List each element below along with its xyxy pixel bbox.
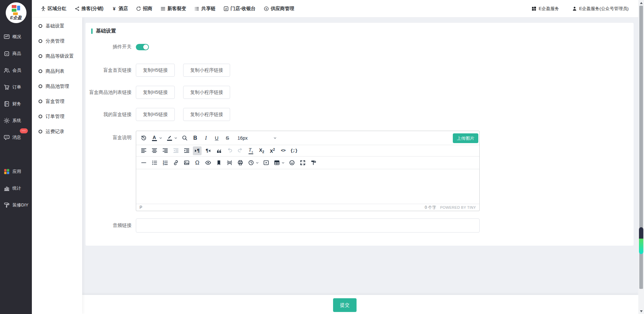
background-color-button[interactable] xyxy=(165,134,174,142)
page-break-button[interactable] xyxy=(225,159,234,167)
format-painter-button[interactable] xyxy=(309,159,318,167)
brand-logo[interactable]: E企盈 xyxy=(6,2,26,23)
special-char-button[interactable]: Ω xyxy=(193,159,202,167)
align-center-button[interactable] xyxy=(150,146,159,155)
ltr-button[interactable]: ¶ xyxy=(193,146,202,155)
topnav-item-supplier-management[interactable]: 供应商管理 xyxy=(264,6,294,12)
horizontal-rule-button[interactable] xyxy=(139,159,148,167)
insert-link-button[interactable] xyxy=(171,159,180,167)
background-color-caret[interactable] xyxy=(174,135,178,141)
sidebar-item-decorate-diy[interactable]: 装修DIY xyxy=(0,197,32,213)
underline-button[interactable]: U xyxy=(212,134,221,142)
submenu-item-goods-list[interactable]: 商品列表 xyxy=(32,64,82,79)
topnav-item-store-cashier[interactable]: 门店-收银台 xyxy=(223,6,256,12)
copy-miniprogram-link-button[interactable]: 复制小程序链接 xyxy=(183,86,230,99)
submenu-item-goods-pool-management[interactable]: 商品池管理 xyxy=(32,79,82,94)
code-sample-button[interactable]: {;} xyxy=(289,146,298,155)
restore-draft-button[interactable] xyxy=(139,134,148,142)
topnav-item-region-dividend[interactable]: 区域分红 xyxy=(41,6,66,12)
fullscreen-button[interactable] xyxy=(298,159,307,167)
bullet-list-button[interactable] xyxy=(150,159,159,167)
topnav-item-investment[interactable]: 招商 xyxy=(136,6,152,12)
my-blindbox-link-label: 我的盲盒链接 xyxy=(86,112,136,118)
topnav-item-hotel[interactable]: ¥酒店 xyxy=(111,6,128,12)
plugin-switch-toggle[interactable] xyxy=(136,44,149,50)
strikethrough-button[interactable]: S xyxy=(223,134,232,142)
outdent-button[interactable] xyxy=(171,146,180,155)
text-color-button[interactable]: A xyxy=(150,134,159,142)
print-button[interactable] xyxy=(236,159,245,167)
anchor-button[interactable] xyxy=(214,159,223,167)
submenu-item-category-management[interactable]: 分类管理 xyxy=(32,34,82,49)
topnav-item-sharing-chain[interactable]: 共享链 xyxy=(194,6,215,12)
bold-button[interactable]: B xyxy=(191,134,200,142)
text-color-caret[interactable] xyxy=(159,135,163,141)
clear-formatting-button[interactable]: Tx xyxy=(247,146,255,155)
rtl-button[interactable]: ¶ xyxy=(204,146,212,155)
align-left-button[interactable] xyxy=(139,146,148,155)
numbered-list-button[interactable] xyxy=(161,159,169,167)
submenu-item-freight-records[interactable]: 运费记录 xyxy=(32,124,82,139)
submenu-item-order-management[interactable]: 订单管理 xyxy=(32,109,82,124)
page-scrollbar xyxy=(638,0,644,314)
sidebar-item-overview[interactable]: 概况 xyxy=(0,28,32,45)
scrollbar-down-button[interactable] xyxy=(638,308,644,314)
upload-image-button[interactable]: 上传图片 xyxy=(453,133,478,143)
circle-icon xyxy=(39,39,42,43)
insert-datetime-button[interactable] xyxy=(247,159,255,167)
insert-table-caret[interactable] xyxy=(281,160,285,166)
powered-by-tiny[interactable]: POWERED BY TINY xyxy=(440,205,476,209)
search-replace-button[interactable] xyxy=(180,134,189,142)
sidebar-item-orders[interactable]: 订单 xyxy=(0,79,32,96)
topnav-item-new-customer-fission[interactable]: 新客裂变 xyxy=(160,6,186,12)
eye-icon xyxy=(205,160,211,166)
copy-miniprogram-link-button[interactable]: 复制小程序链接 xyxy=(183,108,230,121)
subscript-button[interactable]: X2 xyxy=(257,146,266,155)
superscript-button[interactable]: X2 xyxy=(268,146,277,155)
sidebar-item-system[interactable]: 系统 xyxy=(0,112,32,129)
insert-table-button[interactable] xyxy=(272,159,281,167)
copy-h5-link-button[interactable]: 复制H5链接 xyxy=(136,108,175,121)
bottom-action-bar: 提交 xyxy=(82,295,638,314)
topnav-service-link[interactable]: E企盈服务 xyxy=(531,6,559,12)
text-color-icon: A xyxy=(152,135,157,141)
preview-button[interactable] xyxy=(204,159,212,167)
sidebar-item-members[interactable]: 会员 xyxy=(0,62,32,79)
undo-button[interactable] xyxy=(225,146,234,155)
italic-button[interactable]: I xyxy=(202,134,210,142)
sidebar-item-apps[interactable]: 应用 xyxy=(0,163,32,180)
sidebar-item-finance[interactable]: 财务 xyxy=(0,96,32,112)
audio-link-input[interactable] xyxy=(136,218,480,233)
insert-media-button[interactable] xyxy=(262,159,270,167)
chat-bubble-icon xyxy=(3,134,10,141)
insert-datetime-caret[interactable] xyxy=(255,160,259,166)
copy-miniprogram-link-button[interactable]: 复制小程序链接 xyxy=(183,64,230,77)
editor-content[interactable] xyxy=(136,169,479,204)
share-icon xyxy=(74,6,80,11)
indent-button[interactable] xyxy=(182,146,191,155)
editor-toolbar-row1: A B I U S 16px 上传图片 xyxy=(136,131,479,145)
topnav-account-menu[interactable]: E企盈服务(公众号管理员) xyxy=(572,6,629,12)
rich-text-editor: A B I U S 16px 上传图片 xyxy=(136,131,480,211)
emoji-button[interactable] xyxy=(287,159,296,167)
ledger-icon xyxy=(3,101,10,107)
copy-h5-link-button[interactable]: 复制H5链接 xyxy=(136,64,175,77)
submenu-item-blindbox-management[interactable]: 盲盒管理 xyxy=(32,94,82,109)
scrollbar-up-button[interactable] xyxy=(638,0,644,6)
submit-button[interactable]: 提交 xyxy=(333,298,357,312)
sidebar-item-goods[interactable]: 商品 xyxy=(0,45,32,62)
sidebar-item-stats[interactable]: 统计 xyxy=(0,180,32,197)
circle-icon xyxy=(39,100,42,103)
font-size-select[interactable]: 16px xyxy=(237,135,277,141)
submenu-item-goods-level-settings[interactable]: 商品等级设置 xyxy=(32,49,82,64)
code-view-button[interactable]: <> xyxy=(279,146,287,155)
sidebar-item-messages[interactable]: 消息 ... xyxy=(0,129,32,146)
redo-button[interactable] xyxy=(236,146,245,155)
topnav-item-tuike-distribution[interactable]: 推客(分销) xyxy=(74,6,103,12)
blockquote-button[interactable] xyxy=(214,146,223,155)
copy-h5-link-button[interactable]: 复制H5链接 xyxy=(136,86,175,99)
submenu-item-basic-settings[interactable]: 基础设置 xyxy=(32,18,82,34)
align-right-button[interactable] xyxy=(161,146,169,155)
insert-image-button[interactable] xyxy=(182,159,191,167)
circle-icon xyxy=(39,24,42,28)
